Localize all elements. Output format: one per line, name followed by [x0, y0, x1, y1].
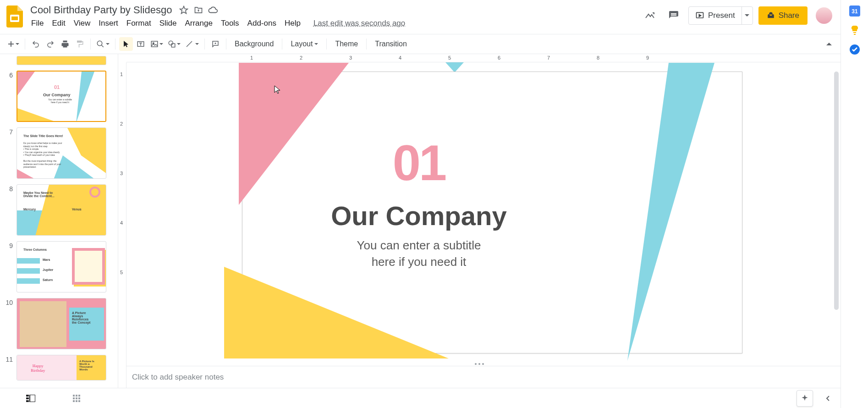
menu-addons[interactable]: Add-ons	[244, 17, 280, 30]
menu-format[interactable]: Format	[123, 17, 155, 30]
svg-rect-43	[78, 400, 80, 402]
slide-canvas[interactable]: 01 Our Company You can enter a subtitleh…	[242, 72, 742, 353]
slide-thumb-11[interactable]: Happy Birthday A Picture Is Worth a Thou…	[16, 355, 106, 380]
svg-rect-41	[73, 400, 75, 402]
comment-tool[interactable]	[209, 37, 222, 51]
menu-slide[interactable]: Slide	[156, 17, 181, 30]
theme-button[interactable]: Theme	[330, 37, 363, 51]
svg-rect-32	[26, 397, 29, 399]
share-label: Share	[779, 11, 799, 20]
thumb-number: 11	[3, 355, 13, 380]
menu-arrange[interactable]: Arrange	[181, 17, 216, 30]
filmstrip[interactable]: 6 01 Our Company You can enter a subtitl…	[0, 54, 118, 388]
image-tool[interactable]	[148, 37, 165, 51]
notes-resize-handle[interactable]	[118, 362, 841, 366]
filmstrip-view-button[interactable]	[15, 391, 47, 405]
svg-marker-30	[224, 267, 449, 358]
svg-marker-29	[627, 63, 714, 361]
transition-button[interactable]: Transition	[370, 37, 412, 51]
grid-view-button[interactable]	[60, 391, 93, 405]
new-slide-button[interactable]	[5, 37, 21, 51]
slides-logo[interactable]	[4, 6, 26, 28]
select-tool[interactable]	[119, 37, 133, 51]
keep-addon-icon[interactable]	[849, 25, 860, 36]
svg-marker-10	[76, 72, 94, 122]
activity-icon[interactable]	[641, 6, 659, 25]
present-button[interactable]: Present	[688, 6, 753, 25]
slide-thumb-8[interactable]: Maybe You Need to Divide the Content... …	[16, 184, 106, 236]
svg-marker-9	[17, 72, 35, 95]
paint-format-button[interactable]	[73, 37, 87, 51]
menu-file[interactable]: File	[27, 17, 47, 30]
svg-rect-20	[17, 278, 40, 284]
slide-subtitle-text[interactable]: You can enter a subtitlehere if you need…	[304, 237, 533, 270]
undo-button[interactable]	[29, 37, 43, 51]
svg-rect-33	[26, 400, 29, 402]
line-tool[interactable]	[183, 37, 201, 51]
move-icon[interactable]	[193, 5, 204, 16]
menu-view[interactable]: View	[70, 17, 94, 30]
svg-point-3	[97, 41, 102, 46]
present-dropdown[interactable]	[742, 7, 753, 24]
slide-thumb-10[interactable]: A Picture Always Reinforces the Concept	[16, 298, 106, 349]
slide-thumb-7[interactable]: The Slide Title Goes Here! Do you know w…	[16, 127, 106, 179]
slide-title-text[interactable]: Our Company	[331, 200, 507, 231]
svg-rect-34	[30, 395, 35, 402]
expand-side-icon[interactable]	[821, 391, 835, 405]
ruler-horizontal: 123456789	[126, 54, 841, 62]
thumb-number: 7	[3, 127, 13, 179]
speaker-notes[interactable]: Click to add speaker notes	[118, 366, 841, 388]
svg-rect-37	[78, 395, 80, 397]
pink-triangle-shape[interactable]	[239, 63, 349, 205]
zoom-button[interactable]	[94, 37, 111, 51]
tasks-addon-icon[interactable]	[849, 44, 860, 55]
account-avatar[interactable]	[815, 6, 833, 25]
menu-edit[interactable]: Edit	[48, 17, 69, 30]
thumb-number: 8	[3, 184, 13, 236]
menu-help[interactable]: Help	[281, 17, 304, 30]
slide-thumb-6[interactable]: 01 Our Company You can enter a subtitle …	[16, 71, 106, 122]
menu-tools[interactable]: Tools	[217, 17, 243, 30]
svg-marker-28	[445, 62, 464, 72]
slide-number-text[interactable]: 01	[393, 133, 445, 192]
print-button[interactable]	[58, 37, 72, 51]
comments-icon[interactable]	[665, 6, 683, 25]
svg-rect-23	[75, 251, 102, 282]
shape-tool[interactable]	[166, 37, 182, 51]
thumb-number: 9	[3, 241, 13, 292]
side-panel: 31	[841, 0, 868, 408]
star-icon[interactable]	[178, 5, 189, 16]
svg-rect-35	[73, 395, 75, 397]
share-button[interactable]: Share	[758, 6, 808, 25]
redo-button[interactable]	[44, 37, 57, 51]
canvas-scrollbar[interactable]	[834, 72, 839, 310]
calendar-addon-icon[interactable]: 31	[849, 6, 860, 17]
slide-thumb-prev[interactable]	[16, 56, 106, 65]
svg-rect-40	[78, 397, 80, 399]
cloud-status-icon[interactable]	[208, 5, 219, 16]
last-edit-link[interactable]: Last edit was seconds ago	[313, 19, 405, 28]
bottom-bar	[0, 388, 841, 408]
svg-rect-1	[11, 17, 18, 20]
svg-rect-24	[20, 301, 66, 347]
menu-insert[interactable]: Insert	[95, 17, 122, 30]
slide-thumb-9[interactable]: Three Columns Mars Jupiter Saturn	[16, 241, 106, 292]
svg-rect-19	[17, 268, 40, 274]
svg-rect-38	[73, 397, 75, 399]
collapse-toolbar-icon[interactable]	[822, 37, 836, 51]
canvas-area[interactable]: 01 Our Company You can enter a subtitleh…	[118, 62, 841, 362]
layout-button[interactable]: Layout	[286, 37, 323, 51]
doc-title[interactable]: Cool Birthday Party by Slidesgo	[27, 3, 175, 17]
textbox-tool[interactable]	[134, 37, 148, 51]
toolbar: Background Layout Theme Transition	[0, 34, 841, 54]
svg-rect-26	[17, 355, 77, 380]
svg-rect-8	[171, 44, 175, 47]
svg-rect-5	[151, 41, 158, 47]
svg-marker-14	[17, 169, 35, 179]
svg-rect-39	[76, 397, 77, 399]
explore-button[interactable]	[797, 390, 813, 407]
cyan-triangle-shape[interactable]	[586, 63, 724, 361]
background-button[interactable]: Background	[230, 37, 278, 51]
menu-bar: File Edit View Insert Format Slide Arran…	[27, 17, 641, 29]
svg-rect-42	[76, 400, 77, 402]
